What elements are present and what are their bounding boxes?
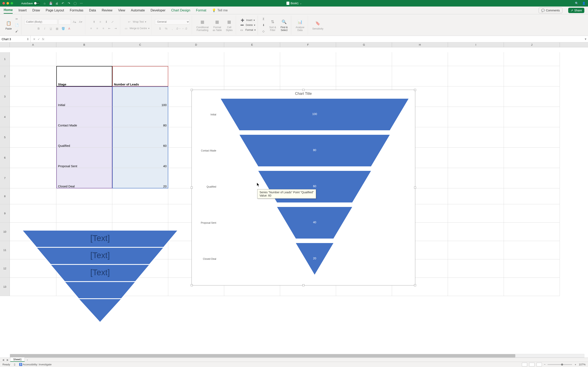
cell-C4[interactable]: 80 (112, 107, 168, 127)
cell-A5[interactable] (10, 127, 56, 148)
cell-I9[interactable] (448, 204, 504, 223)
cell-A8[interactable] (10, 188, 56, 204)
row-header-8[interactable]: 8 (0, 188, 10, 204)
zoom-in-icon[interactable]: ＋ (574, 363, 577, 366)
cell-J7[interactable] (504, 168, 560, 188)
zoom-window-button[interactable] (11, 2, 13, 4)
comments-button[interactable]: 💬Comments (539, 8, 562, 13)
cell-F2[interactable] (280, 66, 336, 86)
cell-A6[interactable] (10, 148, 56, 168)
copy-icon[interactable]: 📄 (14, 23, 19, 27)
cell-J10[interactable] (504, 223, 560, 241)
share-button[interactable]: ↗Share (568, 8, 584, 13)
enter-formula-icon[interactable]: ✓ (38, 38, 40, 41)
row-header-12[interactable]: 12 (0, 259, 10, 278)
row-header-13[interactable]: 13 (0, 278, 10, 296)
delete-cells-icon[interactable]: ➖ (240, 23, 245, 27)
cell-G2[interactable] (336, 66, 392, 86)
column-header-J[interactable]: J (504, 42, 560, 47)
row-header-3[interactable]: 3 (0, 86, 10, 107)
row-header-4[interactable]: 4 (0, 107, 10, 127)
tab-draw[interactable]: Draw (32, 7, 40, 13)
analyse-data-button[interactable]: 📊Analyse Data (294, 18, 306, 33)
cell-B3[interactable]: Initial (56, 86, 112, 107)
cell-J2[interactable] (504, 66, 560, 86)
add-sheet-icon[interactable]: ＋ (26, 358, 29, 362)
cell-J1[interactable] (504, 52, 560, 66)
chart-object[interactable]: Chart Title Initial100Contact Made80Qual… (191, 90, 415, 285)
border-button[interactable]: ▦ (54, 26, 60, 31)
home-icon[interactable]: ⌂ (43, 2, 46, 5)
font-size-combo[interactable] (59, 19, 71, 25)
funnel-row-3[interactable]: Proposal Sent40 (194, 207, 411, 239)
cell-B5[interactable]: Qualified (56, 127, 112, 148)
tab-chart-design[interactable]: Chart Design (171, 7, 190, 13)
underline-button[interactable]: U (48, 26, 53, 31)
normal-view-button[interactable] (522, 363, 527, 366)
tab-review[interactable]: Review (102, 7, 112, 13)
format-painter-icon[interactable]: 🖌 (14, 29, 19, 34)
cell-C5[interactable]: 60 (112, 127, 168, 148)
undo-icon[interactable]: ↶ (61, 2, 65, 5)
insert-cells-icon[interactable]: ➕ (240, 18, 245, 23)
cell-I5[interactable] (448, 127, 504, 148)
sync-icon[interactable]: ◯ (73, 2, 77, 5)
decrease-indent-icon[interactable]: ⇤ (107, 26, 112, 31)
cancel-formula-icon[interactable]: ✕ (33, 38, 35, 41)
column-header-E[interactable]: E (224, 42, 280, 47)
sensitivity-button[interactable]: 🔖Sensitivity (311, 19, 325, 31)
cell-C2[interactable]: Number of Leads (112, 66, 168, 86)
cut-icon[interactable]: ✂ (14, 17, 19, 21)
redo-icon[interactable]: ↷ (67, 2, 71, 5)
cell-I4[interactable] (448, 107, 504, 127)
cell-E2[interactable] (224, 66, 280, 86)
column-header-B[interactable]: B (56, 42, 112, 47)
column-header-H[interactable]: H (392, 42, 448, 47)
cell-C8[interactable] (112, 188, 168, 204)
cell-J5[interactable] (504, 127, 560, 148)
percent-icon[interactable]: % (164, 26, 169, 31)
save-icon[interactable]: 💾 (49, 2, 52, 5)
select-all-corner[interactable] (0, 42, 10, 47)
cell-A9[interactable] (10, 204, 56, 223)
currency-icon[interactable]: $ (158, 26, 163, 31)
scrollbar-thumb[interactable] (10, 354, 515, 358)
number-format-combo[interactable]: General (155, 19, 190, 25)
align-top-icon[interactable]: ⬆ (92, 19, 96, 24)
fill-color-button[interactable]: 🪣 (61, 26, 66, 31)
account-icon[interactable]: 👤 (582, 2, 586, 5)
fx-icon[interactable]: fx (42, 38, 44, 41)
cell-A4[interactable] (10, 107, 56, 127)
cell-C3[interactable]: 100 (112, 86, 168, 107)
paste-button[interactable]: 📋Paste (4, 19, 13, 31)
decrease-font-icon[interactable]: A▾ (78, 19, 83, 24)
font-name-combo[interactable] (25, 19, 57, 25)
increase-indent-icon[interactable]: ⇥ (113, 26, 118, 31)
row-header-5[interactable]: 5 (0, 127, 10, 148)
close-window-button[interactable] (2, 2, 5, 4)
sheet-tab-sheet1[interactable]: Sheet1 (10, 357, 25, 362)
column-header-F[interactable]: F (280, 42, 336, 47)
cell-J13[interactable] (504, 278, 560, 296)
format-as-table-button[interactable]: ▦Format as Table (212, 18, 223, 33)
cell-B7[interactable]: Closed Deal (56, 168, 112, 188)
italic-button[interactable]: I (42, 26, 47, 31)
increase-decimal-icon[interactable]: .0→ (176, 26, 181, 31)
column-header-G[interactable]: G (336, 42, 392, 47)
cell-E1[interactable] (224, 52, 280, 66)
cell-I3[interactable] (448, 86, 504, 107)
cell-I12[interactable] (448, 259, 504, 278)
increase-font-icon[interactable]: A▴ (72, 19, 77, 24)
row-header-2[interactable]: 2 (0, 66, 10, 86)
cell-I11[interactable] (448, 241, 504, 259)
cell-G1[interactable] (336, 52, 392, 66)
expand-formula-bar-icon[interactable]: ▾ (583, 37, 588, 41)
cell-B1[interactable] (56, 52, 112, 66)
cell-A7[interactable] (10, 168, 56, 188)
accessibility-status[interactable]: ♿ Accessibility: Investigate (19, 363, 52, 366)
zoom-slider[interactable] (548, 364, 572, 365)
funnel-row-4[interactable]: Closed Deal20 (194, 243, 411, 275)
cell-I2[interactable] (448, 66, 504, 86)
conditional-formatting-button[interactable]: ▦Conditional Formatting (195, 18, 210, 33)
sort-filter-button[interactable]: ⇅Sort & Filter (268, 18, 277, 33)
